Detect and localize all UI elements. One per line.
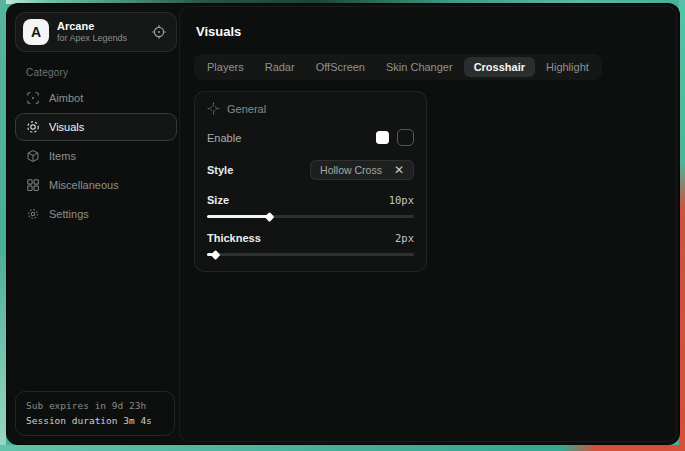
sidebar-item-miscellaneous[interactable]: Miscellaneous [15,171,177,199]
tab-skin-changer[interactable]: Skin Changer [376,57,463,77]
brand-name: Arcane [57,20,143,34]
size-slider-fill [207,215,269,218]
tab-players[interactable]: Players [197,57,254,77]
category-label: Category [26,67,177,78]
session-duration-text: Session duration 3m 4s [26,413,164,428]
page-title: Visuals [196,24,662,39]
size-slider[interactable] [207,215,414,218]
crosshair-icon [207,102,220,115]
enable-label: Enable [207,132,241,144]
sidebar-nav: Aimbot Visuals [15,84,177,228]
style-selected-value: Hollow Cross [320,164,382,176]
thickness-slider-thumb[interactable] [211,250,221,260]
sidebar-item-aimbot[interactable]: Aimbot [15,84,177,112]
thickness-value: 2px [395,232,414,244]
tab-radar[interactable]: Radar [255,57,305,77]
size-value: 10px [389,194,414,206]
thickness-label: Thickness [207,232,261,244]
screen: A Arcane for Apex Legends Category [0,0,685,451]
sidebar-item-label: Visuals [49,121,84,133]
thickness-slider-fill [207,253,215,256]
app-window: A Arcane for Apex Legends Category [6,3,680,445]
subscription-status-card: Sub expires in 9d 23h Session duration 3… [15,391,175,436]
general-panel-title: General [227,103,266,115]
sidebar-item-label: Aimbot [49,92,83,104]
brand-subtitle: for Apex Legends [57,33,143,44]
style-select[interactable]: Hollow Cross ✕ [310,160,414,180]
size-label: Size [207,194,229,206]
sub-expires-text: Sub expires in 9d 23h [26,398,164,413]
thickness-slider[interactable] [207,253,414,256]
sidebar-spacer [15,228,177,391]
misc-grid-icon [26,178,40,192]
style-label: Style [207,164,233,176]
general-panel: General Enable Style Hollow Cross ✕ [194,91,427,272]
enable-row: Enable [207,129,414,146]
tab-bar: Players Radar OffScreen Skin Changer Cro… [194,54,602,80]
brand-logo: A [23,19,49,45]
sidebar-item-label: Miscellaneous [49,179,119,191]
enable-keybind-box[interactable] [397,129,414,146]
size-row: Size 10px [207,194,414,206]
size-slider-thumb[interactable] [265,212,275,222]
brand-card: A Arcane for Apex Legends [15,12,177,52]
general-panel-header: General [207,102,414,115]
visuals-scan-icon [26,120,40,134]
sidebar-item-label: Settings [49,208,89,220]
backdrop-bottom-strip [0,445,685,451]
sidebar-item-visuals[interactable]: Visuals [15,113,177,141]
style-row: Style Hollow Cross ✕ [207,160,414,180]
sidebar-item-settings[interactable]: Settings [15,200,177,228]
sidebar-item-items[interactable]: Items [15,142,177,170]
items-package-icon [26,149,40,163]
brand-text: Arcane for Apex Legends [57,20,143,45]
tab-highlight[interactable]: Highlight [536,57,599,77]
sidebar: A Arcane for Apex Legends Category [7,4,179,444]
settings-gear-icon [26,207,40,221]
thickness-row: Thickness 2px [207,232,414,244]
enable-checkbox[interactable] [376,131,389,144]
tab-offscreen[interactable]: OffScreen [306,57,375,77]
target-icon[interactable] [151,24,167,40]
main-panel: Visuals Players Radar OffScreen Skin Cha… [179,6,677,442]
sidebar-item-label: Items [49,150,76,162]
aimbot-scope-icon [26,91,40,105]
tab-crosshair[interactable]: Crosshair [464,57,535,77]
clear-icon[interactable]: ✕ [394,165,404,175]
enable-controls [376,129,414,146]
